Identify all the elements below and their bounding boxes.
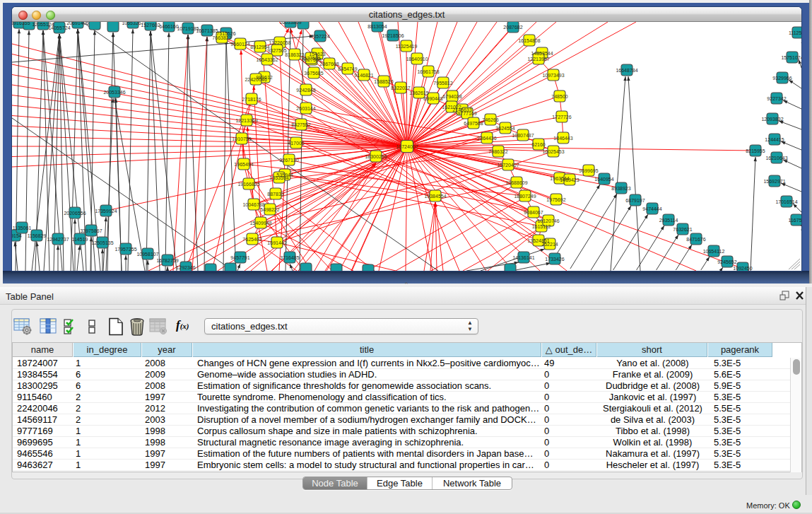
svg-text:8427552: 8427552 [291, 122, 310, 127]
svg-text:1640954: 1640954 [594, 177, 613, 182]
svg-text:16671385: 16671385 [196, 28, 218, 33]
svg-text:19166825: 19166825 [237, 182, 259, 187]
svg-text:12942737: 12942737 [47, 237, 69, 242]
svg-text:6879197: 6879197 [625, 198, 645, 203]
svg-text:7357224: 7357224 [310, 34, 329, 39]
svg-text:10654112: 10654112 [703, 249, 725, 254]
svg-text:8813054: 8813054 [367, 24, 387, 29]
svg-text:22420046: 22420046 [245, 77, 266, 82]
svg-text:9329966: 9329966 [772, 76, 792, 81]
svg-text:3716485: 3716485 [280, 255, 299, 260]
svg-text:18724007: 18724007 [396, 144, 418, 149]
svg-text:19384554: 19384554 [424, 194, 446, 199]
svg-text:3267130: 3267130 [279, 158, 298, 163]
svg-text:8454749: 8454749 [338, 66, 357, 71]
svg-text:6497568: 6497568 [464, 121, 483, 126]
svg-text:7663822: 7663822 [212, 35, 231, 40]
svg-text:8990448: 8990448 [423, 96, 442, 101]
svg-text:10120746: 10120746 [537, 218, 559, 223]
svg-text:746266: 746266 [482, 117, 498, 122]
svg-text:18300295: 18300295 [365, 154, 387, 159]
svg-text:16210643: 16210643 [765, 156, 787, 160]
svg-text:15409948: 15409948 [249, 221, 271, 226]
svg-text:9084067: 9084067 [524, 210, 543, 215]
svg-text:20691406: 20691406 [66, 22, 88, 25]
svg-text:1727726: 1727726 [552, 115, 571, 119]
svg-text:8471676: 8471676 [686, 237, 705, 242]
svg-text:3624554: 3624554 [495, 126, 514, 131]
svg-text:17016514: 17016514 [775, 199, 797, 204]
svg-text:1010755: 1010755 [232, 136, 251, 141]
svg-text:1527602: 1527602 [141, 23, 160, 28]
svg-text:1135061: 1135061 [13, 226, 32, 230]
svg-text:3675685: 3675685 [304, 71, 323, 76]
svg-text:11325419: 11325419 [396, 44, 418, 49]
svg-text:1362615: 1362615 [409, 90, 428, 95]
svg-text:1691442: 1691442 [267, 240, 286, 245]
svg-text:7955812: 7955812 [433, 81, 452, 86]
svg-text:1156829: 1156829 [28, 233, 47, 238]
svg-text:417006: 417006 [288, 141, 304, 146]
svg-text:2364436: 2364436 [477, 136, 496, 141]
svg-text:2935114: 2935114 [659, 218, 678, 223]
svg-text:1615112: 1615112 [532, 224, 551, 229]
svg-text:252214: 252214 [541, 242, 558, 247]
svg-text:6794028: 6794028 [442, 94, 461, 99]
svg-text:1588520: 1588520 [374, 79, 393, 84]
svg-text:20053346: 20053346 [103, 90, 125, 95]
svg-text:62160: 62160 [531, 142, 546, 147]
svg-text:39154: 39154 [12, 233, 22, 238]
svg-text:2867608: 2867608 [319, 62, 339, 66]
svg-text:9245652: 9245652 [717, 259, 736, 264]
svg-text:7625402: 7625402 [242, 237, 261, 242]
svg-text:12093832: 12093832 [761, 117, 783, 122]
svg-text:16782759: 16782759 [156, 258, 178, 263]
svg-text:6466160: 6466160 [159, 24, 178, 29]
svg-text:19218506: 19218506 [382, 33, 404, 38]
svg-text:17957255: 17957255 [114, 247, 136, 252]
svg-text:9699695: 9699695 [579, 168, 598, 173]
svg-text:16648784: 16648784 [616, 68, 637, 73]
svg-text:2718176: 2718176 [242, 97, 261, 102]
svg-text:9777169: 9777169 [457, 111, 476, 116]
svg-text:14055724: 14055724 [48, 25, 70, 30]
svg-text:10807487: 10807487 [512, 133, 534, 138]
svg-text:9660124: 9660124 [230, 42, 249, 47]
svg-text:1353594: 1353594 [269, 175, 288, 180]
svg-text:887833: 887833 [267, 192, 283, 197]
svg-text:9146821: 9146821 [354, 73, 373, 78]
svg-text:9242848: 9242848 [296, 88, 315, 93]
svg-text:9527505: 9527505 [301, 56, 320, 61]
svg-text:10025453: 10025453 [542, 149, 564, 154]
svg-text:10046788: 10046788 [242, 202, 264, 207]
svg-text:18807249: 18807249 [514, 194, 536, 199]
svg-text:14853544: 14853544 [531, 51, 553, 56]
svg-text:14136141: 14136141 [512, 255, 534, 260]
svg-text:2087682: 2087682 [503, 25, 522, 30]
svg-text:10688609: 10688609 [505, 180, 527, 185]
svg-text:12213369: 12213369 [235, 118, 257, 123]
svg-text:1733426: 1733426 [545, 257, 564, 262]
svg-text:16543362: 16543362 [256, 57, 278, 62]
svg-text:1975692: 1975692 [546, 197, 565, 202]
svg-text:8938923: 8938923 [611, 186, 630, 191]
svg-text:114519: 114519 [72, 237, 88, 242]
svg-text:7986322: 7986322 [488, 149, 507, 154]
svg-text:15751074: 15751074 [781, 55, 801, 60]
svg-text:10973493: 10973493 [542, 73, 564, 78]
svg-text:1092450: 1092450 [733, 266, 752, 271]
svg-text:1846443: 1846443 [553, 136, 572, 141]
svg-text:748500: 748500 [551, 94, 567, 99]
svg-text:16154808: 16154808 [518, 38, 540, 43]
svg-text:17359924: 17359924 [95, 209, 117, 214]
svg-text:9457791: 9457791 [230, 255, 249, 260]
svg-text:15720407: 15720407 [497, 163, 519, 168]
svg-text:18916355: 18916355 [12, 22, 30, 25]
svg-text:1292346: 1292346 [176, 265, 195, 270]
svg-text:10958107: 10958107 [136, 252, 158, 257]
svg-text:12505135: 12505135 [91, 240, 113, 245]
svg-text:16961758: 16961758 [417, 69, 439, 74]
svg-text:13226058: 13226058 [269, 40, 290, 45]
svg-text:8322037: 8322037 [391, 86, 410, 90]
svg-text:1965494: 1965494 [234, 162, 253, 167]
